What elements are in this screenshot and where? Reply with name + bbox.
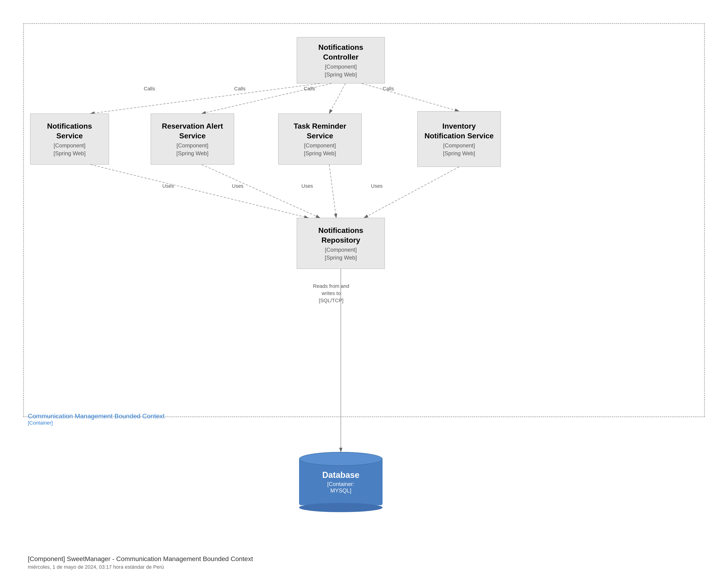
uses-label-4: Uses [371, 183, 383, 189]
notifications-service-box: Notifications Service [Component] [Sprin… [30, 113, 109, 164]
task-reminder-tech: [Spring Web] [304, 150, 336, 157]
page-container: Calls Calls Calls Calls Uses Uses Uses U… [0, 0, 728, 584]
reads-writes-tech: [SQL/TCP] [313, 297, 349, 304]
bounded-context-sub-label: [Container] [28, 420, 165, 426]
reservation-alert-service-box: Reservation Alert Service [Component] [S… [151, 113, 234, 164]
uses-label-2: Uses [232, 183, 243, 189]
reservation-alert-title: Reservation Alert Service [156, 122, 229, 141]
reads-writes-text: Reads from and writes to [313, 283, 349, 297]
calls-label-4: Calls [383, 86, 394, 92]
inventory-notification-tech: [Spring Web] [443, 150, 475, 157]
notifications-controller-box: Notifications Controller [Component] [Sp… [297, 37, 385, 83]
inventory-notification-service-box: Inventory Notification Service [Componen… [417, 111, 501, 167]
uses-label-3: Uses [302, 183, 313, 189]
notifications-controller-type: [Component] [325, 63, 357, 70]
database-cylinder: Database [Container: MYSQL] [299, 452, 383, 512]
database-text: Database [Container: MYSQL] [320, 470, 362, 494]
notifications-service-tech: [Spring Web] [54, 150, 85, 157]
inventory-notification-type: [Component] [443, 142, 475, 149]
inventory-notification-title: Inventory Notification Service [422, 122, 496, 141]
reservation-alert-tech: [Spring Web] [177, 150, 208, 157]
database-bottom [299, 503, 383, 512]
notifications-repo-type: [Component] [325, 246, 357, 253]
footer-subtitle: miércoles, 1 de mayo de 2024, 03:17 hora… [28, 564, 253, 570]
database-box: Database [Container: MYSQL] [299, 452, 383, 512]
database-top [299, 452, 383, 466]
notifications-repo-title: Notifications Repository [302, 226, 380, 245]
notifications-service-title: Notifications Service [35, 122, 104, 141]
calls-label-3: Calls [304, 86, 315, 92]
notifications-repository-box: Notifications Repository [Component] [Sp… [297, 218, 385, 269]
footer-title: [Component] SweetManager - Communication… [28, 555, 253, 563]
calls-label-2: Calls [234, 86, 245, 92]
task-reminder-service-box: Task Reminder Service [Component] [Sprin… [278, 113, 362, 164]
reservation-alert-type: [Component] [177, 142, 208, 149]
database-sub: [Container: MYSQL] [320, 481, 362, 494]
bounded-context-label: Communication Management Bounded Context… [28, 413, 165, 426]
database-title: Database [320, 470, 362, 480]
reads-writes-label: Reads from and writes to [SQL/TCP] [313, 283, 349, 304]
notifications-controller-tech: [Spring Web] [325, 71, 357, 78]
uses-label-1: Uses [162, 183, 174, 189]
notifications-controller-title: Notifications Controller [302, 43, 380, 62]
notifications-service-type: [Component] [54, 142, 85, 149]
bounded-context-main-label: Communication Management Bounded Context [28, 413, 165, 420]
footer: [Component] SweetManager - Communication… [28, 555, 253, 570]
task-reminder-type: [Component] [304, 142, 336, 149]
notifications-repo-tech: [Spring Web] [325, 255, 357, 261]
task-reminder-title: Task Reminder Service [283, 122, 357, 141]
calls-label-1: Calls [144, 86, 155, 92]
